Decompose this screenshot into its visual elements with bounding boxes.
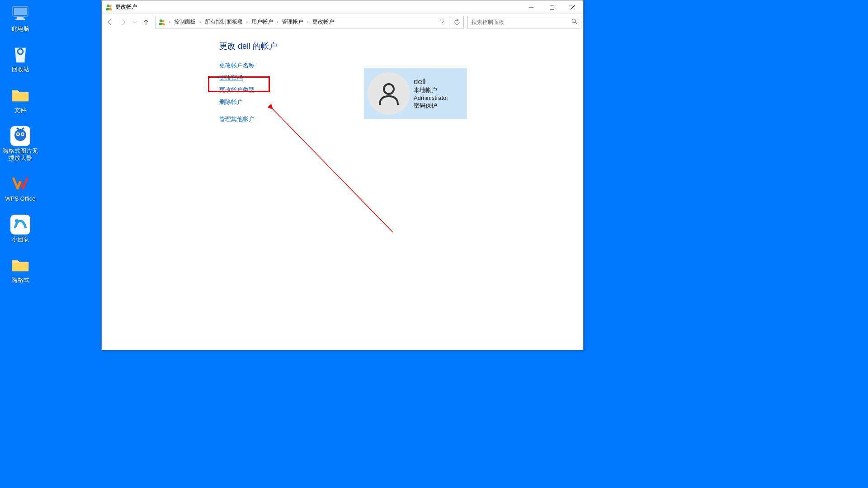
- link-manage-other-accounts[interactable]: 管理其他帐户: [219, 115, 255, 123]
- svg-rect-10: [10, 215, 30, 235]
- search-box[interactable]: [467, 16, 581, 28]
- maximize-button[interactable]: [542, 0, 562, 14]
- svg-rect-2: [17, 17, 24, 19]
- breadcrumb-item[interactable]: 管理帐户: [281, 18, 304, 26]
- svg-point-22: [384, 84, 394, 94]
- svg-point-13: [109, 5, 112, 7]
- control-panel-window: 更改帐户 › 控制面板 ›: [101, 0, 584, 350]
- svg-line-21: [575, 22, 577, 24]
- desktop-icon-label: 回收站: [0, 66, 41, 73]
- back-button[interactable]: [104, 16, 116, 28]
- svg-rect-1: [14, 8, 27, 15]
- svg-point-11: [15, 219, 19, 223]
- avatar: [368, 72, 410, 115]
- chevron-right-icon: ›: [167, 19, 172, 24]
- desktop-icon-folder-2[interactable]: 嗨格式: [0, 256, 41, 284]
- svg-line-23: [273, 109, 393, 232]
- this-pc-icon: [9, 5, 31, 23]
- link-change-account-type[interactable]: 更改帐户类型: [219, 86, 255, 94]
- chevron-right-icon: ›: [275, 19, 280, 24]
- chevron-right-icon: ›: [198, 19, 203, 24]
- search-input[interactable]: [472, 19, 571, 25]
- up-button[interactable]: [140, 16, 152, 28]
- desktop-icon-recycle-bin[interactable]: 回收站: [0, 45, 41, 73]
- desktop-icon-wps[interactable]: WPS Office: [0, 174, 41, 202]
- desktop-icon-label: 嗨格式: [0, 277, 41, 284]
- desktop-icon-label: 文件: [0, 107, 41, 114]
- link-change-account-name[interactable]: 更改帐户名称: [219, 61, 255, 70]
- svg-point-8: [17, 133, 19, 135]
- desktop-icon-label: 小团队: [0, 236, 41, 243]
- wps-icon: [9, 174, 31, 193]
- user-info: dell 本地帐户 Administrator 密码保护: [414, 78, 448, 109]
- folder-icon: [9, 256, 31, 275]
- user-protection: 密码保护: [414, 102, 448, 109]
- annotation-arrow: [102, 30, 583, 350]
- chevron-right-icon: ›: [245, 19, 250, 24]
- user-role: Administrator: [414, 94, 448, 102]
- address-dropdown-icon[interactable]: [438, 19, 446, 25]
- desktop-icon-app-1[interactable]: 嗨格式图片无 损放大器: [0, 127, 41, 162]
- breadcrumb-item[interactable]: 更改帐户: [311, 18, 335, 26]
- svg-rect-3: [15, 19, 25, 20]
- refresh-button[interactable]: [450, 16, 464, 28]
- address-bar[interactable]: › 控制面板 › 所有控制面板项 › 用户帐户 › 管理帐户 › 更改帐户: [155, 16, 449, 28]
- folder-icon: [9, 86, 31, 105]
- nav-bar: › 控制面板 › 所有控制面板项 › 用户帐户 › 管理帐户 › 更改帐户: [102, 14, 583, 30]
- user-name: dell: [414, 78, 448, 85]
- svg-point-19: [162, 20, 165, 22]
- svg-rect-15: [550, 5, 554, 9]
- svg-point-9: [22, 133, 24, 135]
- search-icon: [571, 19, 577, 26]
- user-accounts-icon: [158, 19, 165, 26]
- page-title: 更改 dell 的帐户: [219, 41, 583, 52]
- forward-button[interactable]: [117, 16, 130, 28]
- close-button[interactable]: [562, 0, 583, 14]
- user-account-type: 本地帐户: [414, 86, 448, 94]
- desktop-icon-label: 此电脑: [0, 25, 41, 33]
- chevron-right-icon: ›: [305, 19, 310, 24]
- desktop: 此电脑 回收站 文件 嗨格式图片无 损放大器 WPS Office 小团队: [0, 0, 99, 488]
- svg-point-18: [160, 19, 162, 22]
- svg-point-20: [572, 19, 576, 23]
- desktop-icon-this-pc[interactable]: 此电脑: [0, 5, 41, 33]
- desktop-icon-team[interactable]: 小团队: [0, 215, 41, 243]
- team-icon: [9, 215, 31, 234]
- user-accounts-icon: [105, 4, 113, 11]
- desktop-icon-folder-files[interactable]: 文件: [0, 86, 41, 114]
- svg-point-12: [107, 5, 109, 7]
- window-title: 更改帐户: [115, 3, 137, 11]
- breadcrumb-item[interactable]: 所有控制面板项: [204, 18, 244, 26]
- history-dropdown[interactable]: [131, 16, 139, 28]
- recycle-bin-icon: [9, 45, 31, 64]
- breadcrumb-item[interactable]: 控制面板: [173, 18, 197, 26]
- content-area: 更改 dell 的帐户 更改帐户名称 更改密码 更改帐户类型 删除帐户 管理其他…: [102, 30, 583, 350]
- link-delete-account[interactable]: 删除帐户: [219, 98, 243, 106]
- link-change-password[interactable]: 更改密码: [219, 74, 243, 82]
- desktop-icon-label: WPS Office: [0, 195, 41, 202]
- minimize-button[interactable]: [521, 0, 542, 14]
- app-icon: [9, 127, 31, 145]
- title-bar: 更改帐户: [102, 0, 583, 14]
- desktop-icon-label: 嗨格式图片无 损放大器: [0, 147, 41, 162]
- user-card: dell 本地帐户 Administrator 密码保护: [364, 68, 467, 119]
- breadcrumb-item[interactable]: 用户帐户: [250, 18, 274, 26]
